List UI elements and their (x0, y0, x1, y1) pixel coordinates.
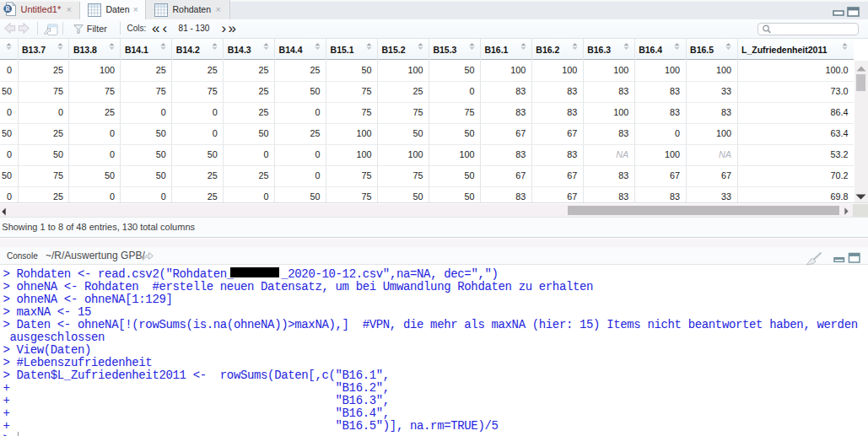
svg-text:R: R (6, 6, 11, 13)
